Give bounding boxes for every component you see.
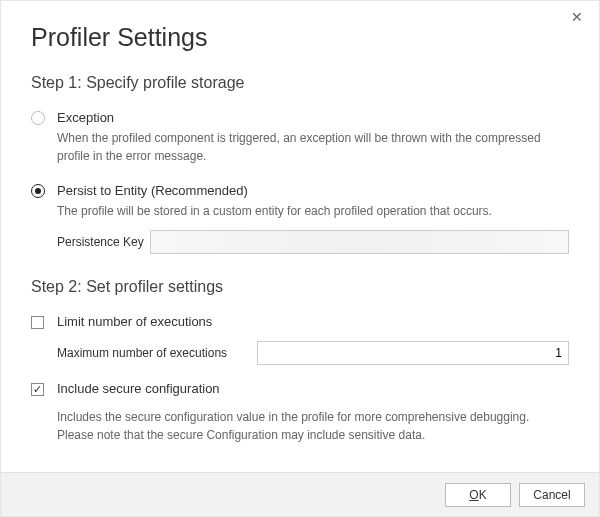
cancel-button[interactable]: Cancel xyxy=(519,483,585,507)
dialog-title: Profiler Settings xyxy=(31,23,569,52)
option-exception-desc: When the profiled component is triggered… xyxy=(57,129,569,165)
max-executions-input[interactable] xyxy=(257,341,569,365)
step2-heading: Step 2: Set profiler settings xyxy=(31,278,569,296)
dialog-footer: OK Cancel xyxy=(1,472,599,516)
option-persist-desc: The profile will be stored in a custom e… xyxy=(57,202,569,220)
dialog-content: Profiler Settings Step 1: Specify profil… xyxy=(1,1,599,444)
close-button[interactable]: ✕ xyxy=(565,7,589,27)
step1-heading: Step 1: Specify profile storage xyxy=(31,74,569,92)
option-exception-label[interactable]: Exception xyxy=(57,110,569,125)
radio-exception[interactable] xyxy=(31,111,45,125)
checkbox-include-secure[interactable] xyxy=(31,383,44,396)
option-exception: Exception When the profiled component is… xyxy=(31,110,569,165)
include-secure-desc: Includes the secure configuration value … xyxy=(57,408,569,444)
radio-persist[interactable] xyxy=(31,184,45,198)
option-persist-label[interactable]: Persist to Entity (Recommended) xyxy=(57,183,569,198)
checkbox-limit-executions[interactable] xyxy=(31,316,44,329)
max-executions-label: Maximum number of executions xyxy=(57,346,257,360)
limit-executions-label[interactable]: Limit number of executions xyxy=(57,314,212,329)
include-secure-label[interactable]: Include secure configuration xyxy=(57,381,220,396)
option-persist: Persist to Entity (Recommended) The prof… xyxy=(31,183,569,254)
ok-button[interactable]: OK xyxy=(445,483,511,507)
persistence-key-label: Persistence Key xyxy=(57,235,150,249)
close-icon: ✕ xyxy=(571,9,583,25)
persistence-key-input[interactable] xyxy=(150,230,569,254)
